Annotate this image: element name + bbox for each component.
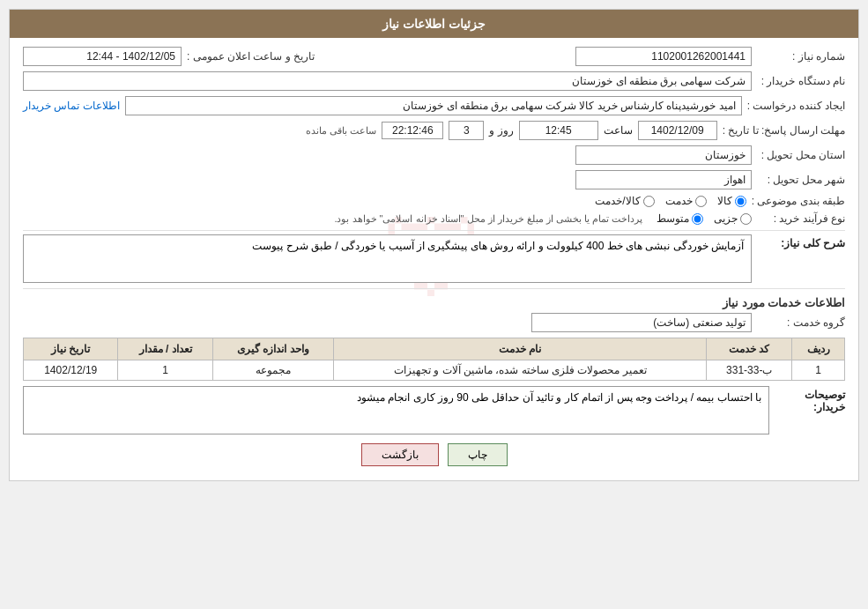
row-creator: ایجاد کننده درخواست : امید خورشیدپناه کا… — [23, 96, 845, 115]
khadamat-section-title: اطلاعات خدمات مورد نیاز — [23, 296, 845, 309]
row-buyer-desc: توصیحات خریدار: — [23, 386, 845, 434]
row-sharh: شرح کلی نیاز: — [23, 234, 845, 283]
col-tarikh: تاریخ نیاز — [24, 338, 118, 360]
ostan-label: استان محل تحویل : — [757, 149, 845, 161]
row-ostan: استان محل تحویل : خوزستان — [23, 145, 845, 165]
radio-jozei-input[interactable] — [740, 213, 752, 225]
radio-motavaset: متوسط — [657, 212, 703, 225]
col-name: نام خدمت — [334, 338, 707, 360]
countdown-value: 22:12:46 — [382, 122, 443, 139]
cell-tedad: 1 — [118, 360, 212, 381]
sharh-textarea[interactable] — [23, 234, 752, 283]
radio-kala-input[interactable] — [735, 196, 746, 207]
header-bar: جزئیات اطلاعات نیاز — [10, 10, 858, 38]
col-radif: ردیف — [792, 338, 845, 360]
mohlat-label: مهلت ارسال پاسخ: تا تاریخ : — [723, 124, 845, 137]
farayand-radios: جزیی متوسط — [657, 212, 752, 225]
rooz-value: 3 — [449, 121, 484, 140]
col-tedad: تعداد / مقدار — [118, 338, 212, 360]
namdastgah-value: شرکت سهامی برق منطقه ای خوزستان — [23, 71, 752, 91]
radio-kala-khadamat: کالا/خدمت — [595, 195, 654, 207]
shahr-label: شهر محل تحویل : — [757, 174, 845, 186]
shomare-label: شماره نیاز : — [757, 50, 845, 63]
radio-kala-label: کالا — [717, 195, 732, 207]
tabaqe-radios: کالا خدمت کالا/خدمت — [595, 195, 746, 207]
row-namdastgah: نام دستگاه خریدار : شرکت سهامی برق منطقه… — [23, 71, 845, 91]
tarikh-elan-label: تاریخ و ساعت اعلان عمومی : — [187, 50, 315, 63]
grooh-label: گروه خدمت : — [757, 316, 845, 329]
grooh-value: تولید صنعتی (ساخت) — [531, 313, 752, 332]
header-title: جزئیات اطلاعات نیاز — [382, 17, 486, 31]
back-button[interactable]: بازگشت — [361, 443, 439, 466]
shomare-value: 1102001262001441 — [575, 47, 752, 66]
namdastgah-label: نام دستگاه خریدار : — [757, 75, 845, 87]
content-inner: شماره نیاز : 1102001262001441 تاریخ و سا… — [23, 47, 845, 466]
radio-khadamat-input[interactable] — [695, 196, 707, 207]
radio-motavaset-label: متوسط — [657, 212, 689, 225]
creator-label: ایجاد کننده درخواست : — [747, 100, 845, 112]
content-area: 🛡 شماره نیاز : 1102001262001441 تاریخ و … — [10, 38, 858, 480]
table-row: 1ب-33-331تعمیر محصولات فلزی ساخته شده، م… — [24, 360, 845, 381]
table-header-row: ردیف کد خدمت نام خدمت واحد اندازه گیری ت… — [24, 338, 845, 360]
col-vahed: واحد اندازه گیری — [212, 338, 334, 360]
countdown-suffix: ساعت باقی مانده — [306, 125, 376, 137]
mohlat-saat: 12:45 — [519, 121, 598, 140]
cell-tarikh: 1402/12/19 — [24, 360, 118, 381]
contact-link[interactable]: اطلاعات تماس خریدار — [23, 100, 120, 112]
divider-1 — [23, 230, 845, 231]
row-shahr: شهر محل تحویل : اهواز — [23, 170, 845, 189]
tabaqe-label: طبقه بندی موضوعی : — [752, 195, 845, 207]
table-body: 1ب-33-331تعمیر محصولات فلزی ساخته شده، م… — [24, 360, 845, 381]
row-shomare-tarikh: شماره نیاز : 1102001262001441 تاریخ و سا… — [23, 47, 845, 66]
buyer-desc-textarea[interactable] — [23, 386, 769, 434]
mohlat-date: 1402/12/09 — [638, 121, 717, 140]
radio-jozei-label: جزیی — [714, 212, 738, 225]
radio-jozei: جزیی — [714, 212, 752, 225]
page-wrapper: جزئیات اطلاعات نیاز 🛡 شماره نیاز : 11020… — [0, 0, 868, 609]
divider-2 — [23, 288, 845, 289]
row-tabaqe: طبقه بندی موضوعی : کالا خدمت کالا/خدم — [23, 195, 845, 207]
row-farayand: نوع فرآیند خرید : جزیی متوسط پرداخت تمام… — [23, 212, 845, 225]
farayand-notice: پرداخت تمام یا بخشی از مبلغ خریدار از مح… — [334, 213, 642, 225]
radio-kala-khadamat-input[interactable] — [643, 196, 655, 207]
sharh-label: شرح کلی نیاز: — [757, 234, 845, 249]
col-code: کد خدمت — [707, 338, 792, 360]
creator-value: امید خورشیدپناه کارشناس خرید کالا شرکت س… — [125, 96, 742, 115]
button-row: چاپ بازگشت — [23, 443, 845, 466]
buyer-desc-label: توصیحات خریدار: — [775, 386, 845, 413]
row-mohlat: مهلت ارسال پاسخ: تا تاریخ : 1402/12/09 س… — [23, 121, 845, 140]
services-table: ردیف کد خدمت نام خدمت واحد اندازه گیری ت… — [23, 338, 845, 381]
saat-label: ساعت — [604, 124, 633, 137]
radio-kala: کالا — [717, 195, 746, 207]
table-head: ردیف کد خدمت نام خدمت واحد اندازه گیری ت… — [24, 338, 845, 360]
ostan-value: خوزستان — [575, 145, 752, 165]
cell-vahed: مجموعه — [212, 360, 334, 381]
shahr-value: اهواز — [575, 170, 752, 189]
radio-khadamat-label: خدمت — [665, 195, 693, 207]
radio-khadamat: خدمت — [665, 195, 707, 207]
radio-kala-khadamat-label: کالا/خدمت — [595, 195, 640, 207]
tarikh-elan-value: 1402/12/05 - 12:44 — [23, 47, 182, 66]
main-container: جزئیات اطلاعات نیاز 🛡 شماره نیاز : 11020… — [9, 9, 859, 481]
farayand-label: نوع فرآیند خرید : — [757, 212, 845, 225]
cell-code: ب-33-331 — [707, 360, 792, 381]
cell-name: تعمیر محصولات فلزی ساخته شده، ماشین آلات… — [334, 360, 707, 381]
print-button[interactable]: چاپ — [448, 443, 508, 466]
rooz-label: روز و — [489, 124, 513, 137]
radio-motavaset-input[interactable] — [692, 213, 703, 225]
cell-radif: 1 — [792, 360, 845, 381]
row-grooh: گروه خدمت : تولید صنعتی (ساخت) — [23, 313, 845, 332]
